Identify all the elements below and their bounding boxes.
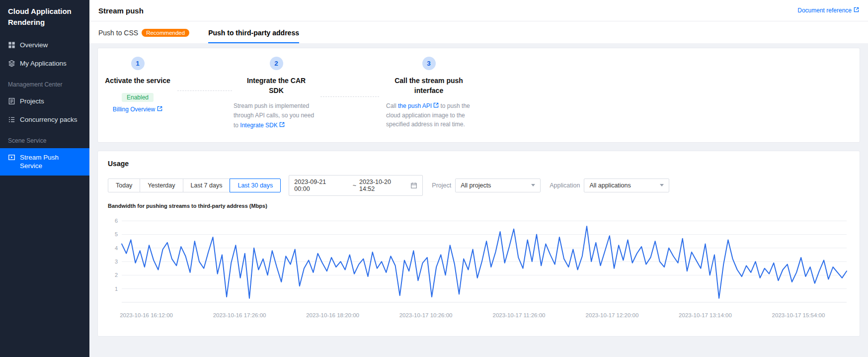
usage-card: Usage Today Yesterday Last 7 days Last 3…: [97, 151, 860, 337]
usage-controls: Today Yesterday Last 7 days Last 30 days…: [108, 175, 850, 196]
step-connector: [320, 96, 379, 97]
external-link-icon: [433, 101, 439, 111]
external-link-icon: [157, 106, 162, 113]
sidebar-item-my-applications[interactable]: My Applications: [0, 54, 89, 73]
document-reference-label: Document reference: [797, 7, 852, 14]
svg-text:4: 4: [115, 245, 118, 251]
sidebar-item-label: Projects: [20, 97, 44, 106]
date-start: 2023-09-21 00:00: [294, 178, 342, 192]
sidebar-item-label: Overview: [20, 41, 48, 50]
sidebar-section-management: Management Center: [0, 73, 89, 92]
recommended-badge: Recommended: [142, 29, 189, 37]
external-link-icon: [279, 121, 285, 130]
tab-push-to-third-party[interactable]: Push to third-party address: [208, 29, 299, 43]
step-integrate-sdk: 2 Integrate the CAR SDK Stream push is i…: [232, 57, 320, 130]
list-icon: [8, 116, 15, 123]
range-last-30-days-button[interactable]: Last 30 days: [230, 178, 281, 192]
chart-title: Bandwidth for pushing streams to third-p…: [108, 203, 850, 209]
application-select[interactable]: All applications: [584, 178, 669, 192]
svg-text:2: 2: [115, 272, 118, 278]
sidebar-item-stream-push-service[interactable]: Stream Push Service: [0, 148, 89, 176]
sidebar-item-overview[interactable]: Overview: [0, 36, 89, 55]
project-select[interactable]: All projects: [455, 178, 541, 192]
tab-label: Push to third-party address: [208, 29, 299, 37]
svg-text:2023-10-17 15:54:00: 2023-10-17 15:54:00: [772, 312, 825, 318]
onboarding-steps-card: 1 Activate the service Enabled Billing O…: [97, 48, 860, 143]
bandwidth-chart: 1234562023-10-16 16:12:002023-10-16 17:2…: [108, 210, 850, 325]
page-title: Stream push: [98, 6, 144, 15]
svg-text:1: 1: [115, 286, 118, 292]
application-select-value: All applications: [589, 182, 631, 189]
date-separator: ~: [353, 182, 356, 189]
chevron-down-icon: [660, 184, 664, 186]
range-today-button[interactable]: Today: [108, 178, 140, 192]
integrate-sdk-link[interactable]: Integrate SDK: [240, 121, 284, 130]
svg-text:2023-10-16 16:12:00: 2023-10-16 16:12:00: [120, 312, 173, 318]
tab-bar: Push to CSS Recommended Push to third-pa…: [89, 21, 868, 43]
grid-icon: [8, 41, 15, 49]
step-call-push-interface: 3 Call the stream push interface Call th…: [379, 57, 478, 129]
application-label: Application: [550, 182, 580, 189]
svg-text:5: 5: [115, 231, 118, 237]
app-title: Cloud Application Rendering: [0, 0, 89, 36]
step-activate-service: 1 Activate the service Enabled Billing O…: [98, 57, 177, 113]
page-header: Stream push Document reference: [89, 0, 868, 21]
stream-icon: [8, 154, 15, 161]
svg-text:2023-10-17 12:20:00: 2023-10-17 12:20:00: [586, 312, 639, 318]
sidebar: Cloud Application Rendering Overview My …: [0, 0, 89, 357]
svg-text:2023-10-17 10:26:00: 2023-10-17 10:26:00: [399, 312, 453, 318]
external-link-icon: [854, 7, 859, 14]
step-title: Activate the service: [98, 76, 177, 86]
svg-text:2023-10-16 18:20:00: 2023-10-16 18:20:00: [306, 312, 359, 318]
svg-text:3: 3: [115, 259, 118, 265]
content-area: 1 Activate the service Enabled Billing O…: [89, 43, 868, 357]
svg-text:2023-10-16 17:26:00: 2023-10-16 17:26:00: [213, 312, 266, 318]
sidebar-item-concurrency-packs[interactable]: Concurrency packs: [0, 110, 89, 129]
document-reference-link[interactable]: Document reference: [797, 7, 859, 14]
main-area: Stream push Document reference Push to C…: [89, 0, 868, 357]
date-range-picker[interactable]: 2023-09-21 00:00 ~ 2023-10-20 14:52: [289, 175, 423, 196]
status-badge: Enabled: [122, 93, 154, 102]
project-label: Project: [432, 182, 451, 189]
date-range-segmented-control: Today Yesterday Last 7 days Last 30 days: [108, 178, 281, 192]
range-last-7-days-button[interactable]: Last 7 days: [183, 178, 231, 192]
step-number-badge: 3: [422, 57, 436, 70]
range-yesterday-button[interactable]: Yesterday: [140, 178, 183, 192]
step-title: Call the stream push interface: [389, 76, 469, 95]
step-title: Integrate the CAR SDK: [241, 76, 311, 95]
svg-text:6: 6: [115, 218, 118, 224]
step-connector: [177, 90, 232, 91]
date-end: 2023-10-20 14:52: [359, 178, 407, 192]
step-number-badge: 1: [131, 57, 145, 70]
push-api-link[interactable]: the push API: [398, 101, 439, 111]
calendar-icon: [410, 182, 417, 189]
svg-text:2023-10-17 11:26:00: 2023-10-17 11:26:00: [493, 312, 546, 318]
sidebar-item-label: My Applications: [20, 59, 67, 68]
chevron-down-icon: [531, 184, 535, 186]
step-description: Stream push is implemented through API c…: [234, 101, 319, 130]
step-number-badge: 2: [270, 57, 283, 70]
billing-overview-link[interactable]: Billing Overview: [113, 106, 162, 113]
sidebar-item-label: Concurrency packs: [20, 115, 78, 124]
layers-icon: [8, 60, 15, 67]
sidebar-section-scene: Scene Service: [0, 129, 89, 148]
document-icon: [8, 97, 15, 105]
tab-push-to-css[interactable]: Push to CSS Recommended: [98, 29, 189, 43]
step-description: Call the push API to push the cloud appl…: [386, 101, 472, 129]
svg-text:2023-10-17 13:14:00: 2023-10-17 13:14:00: [679, 312, 732, 318]
usage-title: Usage: [108, 160, 850, 168]
tab-label: Push to CSS: [98, 29, 138, 37]
project-select-value: All projects: [461, 182, 491, 189]
sidebar-item-projects[interactable]: Projects: [0, 92, 89, 111]
sidebar-item-label: Stream Push Service: [20, 153, 81, 171]
